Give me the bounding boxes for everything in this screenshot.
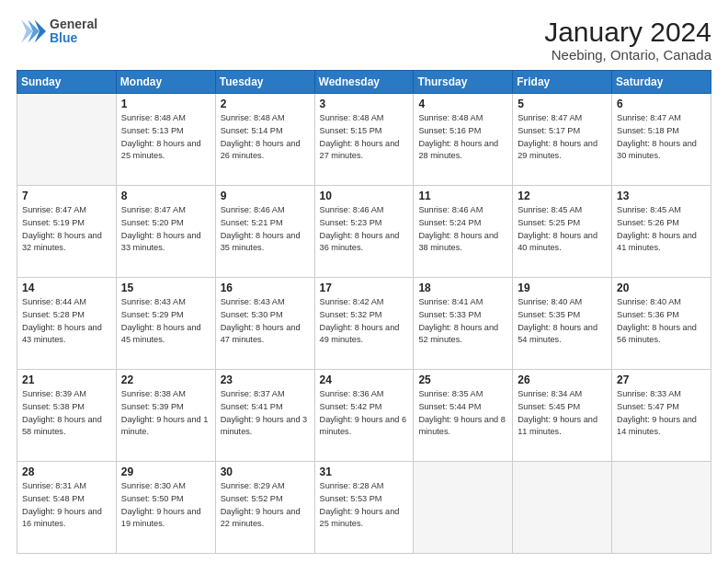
calendar-cell: 21 Sunrise: 8:39 AMSunset: 5:38 PMDaylig… xyxy=(17,370,117,462)
day-number: 13 xyxy=(617,190,706,202)
day-number: 23 xyxy=(221,373,310,386)
calendar-cell: 11 Sunrise: 8:46 AMSunset: 5:24 PMDaylig… xyxy=(414,186,513,278)
day-info: Sunrise: 8:48 AMSunset: 5:14 PMDaylight:… xyxy=(221,112,310,163)
calendar-cell: 28 Sunrise: 8:31 AMSunset: 5:48 PMDaylig… xyxy=(17,462,117,554)
day-info: Sunrise: 8:46 AMSunset: 5:21 PMDaylight:… xyxy=(221,204,310,255)
calendar-cell: 6 Sunrise: 8:47 AMSunset: 5:18 PMDayligh… xyxy=(612,94,711,186)
calendar-week-row: 21 Sunrise: 8:39 AMSunset: 5:38 PMDaylig… xyxy=(17,370,711,462)
calendar-cell xyxy=(17,94,117,186)
calendar-cell: 16 Sunrise: 8:43 AMSunset: 5:30 PMDaylig… xyxy=(215,278,314,370)
day-info: Sunrise: 8:33 AMSunset: 5:47 PMDaylight:… xyxy=(617,388,706,439)
calendar-cell: 29 Sunrise: 8:30 AMSunset: 5:50 PMDaylig… xyxy=(116,462,215,554)
day-number: 24 xyxy=(320,373,409,386)
day-info: Sunrise: 8:30 AMSunset: 5:50 PMDaylight:… xyxy=(121,480,210,531)
day-number: 20 xyxy=(617,282,706,294)
day-info: Sunrise: 8:48 AMSunset: 5:13 PMDaylight:… xyxy=(121,112,210,163)
calendar-cell xyxy=(612,462,711,554)
day-of-week-header: Thursday xyxy=(414,71,513,94)
day-number: 22 xyxy=(121,373,210,386)
calendar-cell: 17 Sunrise: 8:42 AMSunset: 5:32 PMDaylig… xyxy=(314,278,414,370)
calendar-cell: 25 Sunrise: 8:35 AMSunset: 5:44 PMDaylig… xyxy=(414,370,513,462)
day-number: 28 xyxy=(22,465,111,478)
calendar-week-row: 14 Sunrise: 8:44 AMSunset: 5:28 PMDaylig… xyxy=(17,278,711,370)
day-info: Sunrise: 8:47 AMSunset: 5:17 PMDaylight:… xyxy=(518,112,607,163)
day-number: 30 xyxy=(221,465,310,478)
calendar-cell: 10 Sunrise: 8:46 AMSunset: 5:23 PMDaylig… xyxy=(314,186,414,278)
day-info: Sunrise: 8:45 AMSunset: 5:25 PMDaylight:… xyxy=(518,204,607,255)
calendar-cell: 3 Sunrise: 8:48 AMSunset: 5:15 PMDayligh… xyxy=(314,94,414,186)
day-info: Sunrise: 8:40 AMSunset: 5:36 PMDaylight:… xyxy=(617,296,706,347)
calendar-cell xyxy=(513,462,612,554)
calendar-header: SundayMondayTuesdayWednesdayThursdayFrid… xyxy=(17,71,711,94)
day-number: 17 xyxy=(320,282,409,294)
days-of-week-row: SundayMondayTuesdayWednesdayThursdayFrid… xyxy=(17,71,711,94)
calendar-cell: 8 Sunrise: 8:47 AMSunset: 5:20 PMDayligh… xyxy=(116,186,215,278)
day-number: 12 xyxy=(518,190,607,202)
day-info: Sunrise: 8:40 AMSunset: 5:35 PMDaylight:… xyxy=(518,296,607,347)
calendar-cell: 19 Sunrise: 8:40 AMSunset: 5:35 PMDaylig… xyxy=(513,278,612,370)
day-number: 4 xyxy=(418,98,507,110)
day-number: 18 xyxy=(418,282,507,294)
day-of-week-header: Monday xyxy=(116,71,215,94)
day-of-week-header: Wednesday xyxy=(314,71,414,94)
day-info: Sunrise: 8:47 AMSunset: 5:19 PMDaylight:… xyxy=(22,204,111,255)
day-number: 31 xyxy=(320,465,409,478)
day-info: Sunrise: 8:29 AMSunset: 5:52 PMDaylight:… xyxy=(221,480,310,531)
day-info: Sunrise: 8:44 AMSunset: 5:28 PMDaylight:… xyxy=(22,296,111,347)
page: General Blue January 2024 Neebing, Ontar… xyxy=(0,0,728,563)
day-number: 8 xyxy=(121,190,210,202)
calendar-cell: 9 Sunrise: 8:46 AMSunset: 5:21 PMDayligh… xyxy=(215,186,314,278)
day-info: Sunrise: 8:43 AMSunset: 5:29 PMDaylight:… xyxy=(121,296,210,347)
day-info: Sunrise: 8:37 AMSunset: 5:41 PMDaylight:… xyxy=(221,388,310,439)
day-info: Sunrise: 8:45 AMSunset: 5:26 PMDaylight:… xyxy=(617,204,706,255)
calendar-cell: 13 Sunrise: 8:45 AMSunset: 5:26 PMDaylig… xyxy=(612,186,711,278)
day-number: 25 xyxy=(418,373,507,386)
calendar-cell: 12 Sunrise: 8:45 AMSunset: 5:25 PMDaylig… xyxy=(513,186,612,278)
calendar-cell: 20 Sunrise: 8:40 AMSunset: 5:36 PMDaylig… xyxy=(612,278,711,370)
day-of-week-header: Saturday xyxy=(612,71,711,94)
calendar-subtitle: Neebing, Ontario, Canada xyxy=(544,47,711,63)
day-info: Sunrise: 8:48 AMSunset: 5:16 PMDaylight:… xyxy=(418,112,507,163)
logo-text: General Blue xyxy=(50,17,97,46)
day-number: 1 xyxy=(121,98,210,110)
calendar-cell: 22 Sunrise: 8:38 AMSunset: 5:39 PMDaylig… xyxy=(116,370,215,462)
day-info: Sunrise: 8:38 AMSunset: 5:39 PMDaylight:… xyxy=(121,388,210,439)
calendar-cell: 4 Sunrise: 8:48 AMSunset: 5:16 PMDayligh… xyxy=(414,94,513,186)
day-info: Sunrise: 8:31 AMSunset: 5:48 PMDaylight:… xyxy=(22,480,111,531)
day-number: 6 xyxy=(617,98,706,110)
logo-line1: General xyxy=(50,17,97,31)
calendar-cell: 24 Sunrise: 8:36 AMSunset: 5:42 PMDaylig… xyxy=(314,370,414,462)
day-info: Sunrise: 8:47 AMSunset: 5:18 PMDaylight:… xyxy=(617,112,706,163)
day-info: Sunrise: 8:35 AMSunset: 5:44 PMDaylight:… xyxy=(418,388,507,439)
day-number: 5 xyxy=(518,98,607,110)
day-number: 16 xyxy=(221,282,310,294)
day-info: Sunrise: 8:43 AMSunset: 5:30 PMDaylight:… xyxy=(221,296,310,347)
calendar-cell: 23 Sunrise: 8:37 AMSunset: 5:41 PMDaylig… xyxy=(215,370,314,462)
day-number: 29 xyxy=(121,465,210,478)
calendar-cell: 26 Sunrise: 8:34 AMSunset: 5:45 PMDaylig… xyxy=(513,370,612,462)
calendar-cell: 7 Sunrise: 8:47 AMSunset: 5:19 PMDayligh… xyxy=(17,186,117,278)
calendar-cell: 2 Sunrise: 8:48 AMSunset: 5:14 PMDayligh… xyxy=(215,94,314,186)
calendar-cell: 30 Sunrise: 8:29 AMSunset: 5:52 PMDaylig… xyxy=(215,462,314,554)
day-info: Sunrise: 8:39 AMSunset: 5:38 PMDaylight:… xyxy=(22,388,111,439)
day-of-week-header: Sunday xyxy=(17,71,117,94)
day-info: Sunrise: 8:42 AMSunset: 5:32 PMDaylight:… xyxy=(320,296,409,347)
header: General Blue January 2024 Neebing, Ontar… xyxy=(17,17,711,63)
calendar-cell: 14 Sunrise: 8:44 AMSunset: 5:28 PMDaylig… xyxy=(17,278,117,370)
calendar-cell: 18 Sunrise: 8:41 AMSunset: 5:33 PMDaylig… xyxy=(414,278,513,370)
day-number: 26 xyxy=(518,373,607,386)
calendar-cell xyxy=(414,462,513,554)
day-number: 14 xyxy=(22,282,111,294)
day-of-week-header: Friday xyxy=(513,71,612,94)
day-number: 2 xyxy=(221,98,310,110)
day-info: Sunrise: 8:28 AMSunset: 5:53 PMDaylight:… xyxy=(320,480,409,531)
day-number: 10 xyxy=(320,190,409,202)
day-info: Sunrise: 8:34 AMSunset: 5:45 PMDaylight:… xyxy=(518,388,607,439)
calendar-week-row: 28 Sunrise: 8:31 AMSunset: 5:48 PMDaylig… xyxy=(17,462,711,554)
logo-line2: Blue xyxy=(50,31,97,45)
calendar-cell: 15 Sunrise: 8:43 AMSunset: 5:29 PMDaylig… xyxy=(116,278,215,370)
calendar-title: January 2024 xyxy=(544,17,711,47)
calendar-cell: 1 Sunrise: 8:48 AMSunset: 5:13 PMDayligh… xyxy=(116,94,215,186)
logo: General Blue xyxy=(17,17,97,46)
calendar-table: SundayMondayTuesdayWednesdayThursdayFrid… xyxy=(17,70,711,554)
